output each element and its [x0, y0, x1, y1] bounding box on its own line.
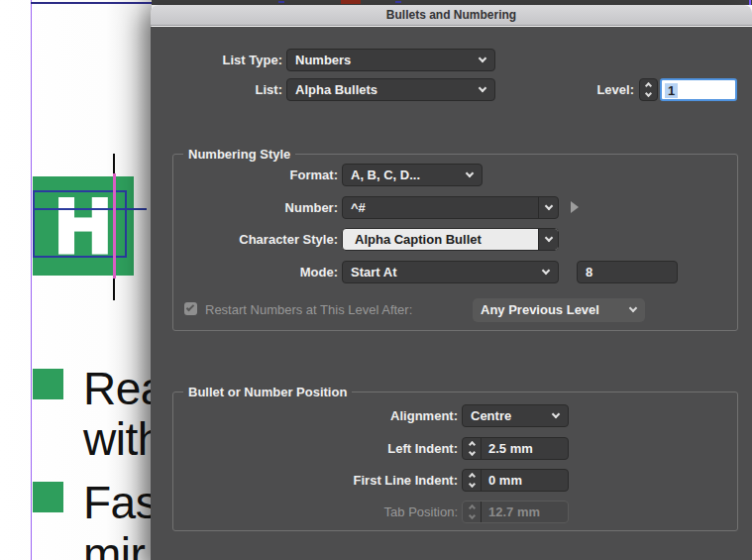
bullets-and-numbering-dialog: Bullets and Numbering List Type: Numbers…: [151, 5, 752, 560]
checkmark-icon: [186, 303, 194, 311]
restart-level-dropdown[interactable]: Any Previous Level: [473, 298, 645, 322]
left-indent-value: 2.5 mm: [482, 438, 568, 459]
dialog-title: Bullets and Numbering: [386, 8, 516, 22]
restart-level-value: Any Previous Level: [481, 302, 599, 317]
format-label: Format:: [179, 164, 338, 186]
stepper-up-icon: [468, 473, 475, 480]
tab-position-stepper: [463, 502, 482, 522]
number-label: Number:: [179, 196, 338, 219]
character-style-label: Character Style:: [179, 228, 338, 251]
chevron-down-icon: [545, 234, 553, 242]
guide-fragment: [749, 0, 751, 5]
stepper-down-icon: [468, 449, 475, 456]
dialog-titlebar[interactable]: Bullets and Numbering: [151, 5, 752, 26]
list-value: Alpha Bullets: [295, 82, 377, 97]
alignment-label: Alignment:: [289, 404, 458, 427]
first-line-indent-value: 0 mm: [482, 470, 568, 491]
list-label: List:: [151, 78, 282, 101]
level-stepper[interactable]: [639, 78, 658, 101]
stepper-up-icon: [468, 504, 475, 511]
list-type-label: List Type:: [151, 49, 282, 71]
list-dropdown[interactable]: Alpha Bullets: [286, 78, 495, 101]
first-line-indent-input[interactable]: 0 mm: [462, 469, 569, 492]
stepper-up-icon: [645, 82, 652, 89]
number-value: ^#: [351, 200, 366, 215]
mode-dropdown[interactable]: Start At: [342, 261, 559, 283]
format-value: A, B, C, D...: [351, 168, 420, 182]
mode-label: Mode:: [179, 261, 338, 283]
stepper-down-icon: [645, 90, 652, 97]
numbering-style-legend: Numbering Style: [183, 147, 295, 163]
alignment-dropdown[interactable]: Centre: [462, 404, 569, 427]
stepper-down-icon: [468, 481, 475, 488]
first-line-indent-stepper[interactable]: [463, 470, 482, 491]
level-value: 1: [665, 83, 678, 98]
character-style-menu[interactable]: [538, 229, 558, 250]
tab-position-input: 12.7 mm: [462, 501, 569, 523]
level-input[interactable]: 1: [660, 78, 737, 101]
tab-position-value: 12.7 mm: [482, 502, 568, 522]
stepper-down-icon: [468, 512, 475, 519]
screenshot-stage: H Rea with Fas mir Bullets and Numbering…: [0, 0, 752, 560]
text-frame-top-edge: [31, 2, 152, 4]
chevron-down-icon: [466, 169, 474, 177]
list-bullet-square: [33, 482, 63, 512]
selection-frame-line: [33, 208, 147, 210]
number-flyout-arrow-icon[interactable]: [571, 201, 579, 213]
restart-label: Restart Numbers at This Level After:: [205, 298, 473, 321]
chevron-down-icon: [479, 55, 486, 62]
left-indent-label: Left Indent:: [289, 437, 458, 460]
alignment-value: Centre: [471, 408, 511, 423]
ruler-tick: [395, 1, 401, 3]
document-text-line: mir: [83, 531, 145, 560]
chevron-down-icon: [629, 304, 637, 312]
chevron-down-icon: [542, 267, 550, 275]
first-line-indent-label: First Line Indent:: [289, 469, 458, 492]
character-style-value: Alpha Caption Bullet: [351, 232, 482, 247]
ruler-guide-vertical[interactable]: [31, 0, 32, 560]
list-type-value: Numbers: [295, 53, 351, 67]
ruler-tick: [278, 1, 284, 3]
list-bullet-square: [33, 369, 63, 399]
restart-checkbox[interactable]: [184, 302, 197, 315]
format-dropdown[interactable]: A, B, C, D...: [342, 164, 483, 186]
tab-position-label: Tab Position:: [289, 501, 458, 523]
chevron-down-icon: [479, 84, 486, 92]
character-style-dropdown[interactable]: Alpha Caption Bullet: [342, 228, 559, 251]
stepper-up-icon: [468, 441, 475, 448]
list-type-dropdown[interactable]: Numbers: [286, 49, 495, 71]
left-indent-input[interactable]: 2.5 mm: [462, 437, 569, 460]
chevron-down-icon: [552, 410, 560, 418]
guide-pink-vertical: [113, 173, 116, 279]
start-at-input[interactable]: 8: [577, 261, 678, 283]
position-legend: Bullet or Number Position: [183, 385, 352, 400]
mode-value: Start At: [351, 265, 396, 280]
number-combo[interactable]: ^#: [342, 196, 559, 219]
level-label: Level:: [555, 78, 634, 101]
number-combo-menu[interactable]: [538, 197, 558, 218]
background-tab-fragment: [341, 0, 361, 4]
left-indent-stepper[interactable]: [463, 438, 482, 459]
document-text-line: Fas: [83, 480, 158, 525]
chevron-down-icon: [545, 202, 553, 210]
start-at-value: 8: [586, 265, 592, 280]
